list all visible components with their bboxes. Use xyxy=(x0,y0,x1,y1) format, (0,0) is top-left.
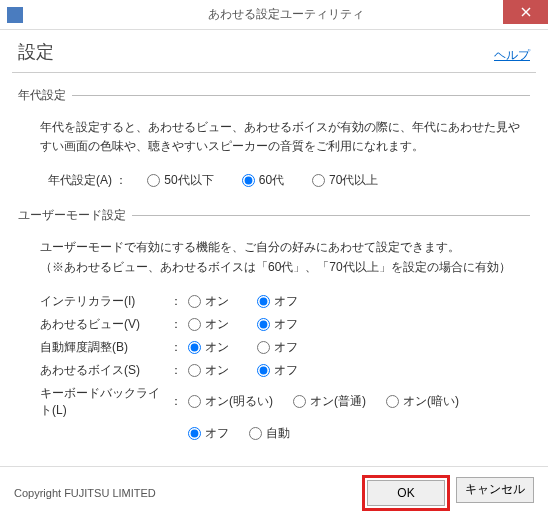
kb-auto[interactable]: 自動 xyxy=(249,425,290,442)
view-radio-off[interactable] xyxy=(257,318,270,331)
age-description: 年代を設定すると、あわせるビュー、あわせるボイスが有効の際に、年代にあわせた見や… xyxy=(40,118,520,156)
voice-row: あわせるボイス(S) ： オン オフ xyxy=(40,362,530,379)
keyboard-label: キーボードバックライト(L) xyxy=(40,385,170,419)
age-option-70[interactable]: 70代以上 xyxy=(312,172,378,189)
intelcolor-off[interactable]: オフ xyxy=(257,293,298,310)
intelcolor-radio-off[interactable] xyxy=(257,295,270,308)
kb-on-bright-label: オン(明るい) xyxy=(205,393,273,410)
view-row: あわせるビュー(V) ： オン オフ xyxy=(40,316,530,333)
colon: ： xyxy=(170,316,188,333)
intelcolor-row: インテリカラー(I) ： オン オフ xyxy=(40,293,530,310)
page-title: 設定 xyxy=(18,40,54,64)
ok-highlight: OK xyxy=(364,477,448,509)
keyboard-row-2: オフ 自動 xyxy=(188,425,530,442)
voice-label: あわせるボイス(S) xyxy=(40,362,170,379)
titlebar: あわせる設定ユーティリティ xyxy=(0,0,548,30)
view-off-label: オフ xyxy=(274,316,298,333)
age-fieldset: 年代設定 年代を設定すると、あわせるビュー、あわせるボイスが有効の際に、年代にあ… xyxy=(18,87,530,193)
intelcolor-label: インテリカラー(I) xyxy=(40,293,170,310)
brightness-radio-on[interactable] xyxy=(188,341,201,354)
keyboard-radios-2: オフ 自動 xyxy=(188,425,290,442)
age-radios: 50代以下 60代 70代以上 xyxy=(147,172,378,189)
view-radio-on[interactable] xyxy=(188,318,201,331)
usermode-legend: ユーザーモード設定 xyxy=(18,207,132,224)
close-button[interactable] xyxy=(503,0,548,24)
help-link[interactable]: ヘルプ xyxy=(494,47,530,64)
voice-radios: オン オフ xyxy=(188,362,298,379)
view-label: あわせるビュー(V) xyxy=(40,316,170,333)
kb-radio-on-dark[interactable] xyxy=(386,395,399,408)
usermode-description: ユーザーモードで有効にする機能を、ご自分の好みにあわせて設定できます。 （※あわ… xyxy=(40,238,520,276)
kb-off-label: オフ xyxy=(205,425,229,442)
voice-off-label: オフ xyxy=(274,362,298,379)
close-icon xyxy=(521,7,531,17)
brightness-off-label: オフ xyxy=(274,339,298,356)
cancel-button[interactable]: キャンセル xyxy=(456,477,534,503)
voice-on-label: オン xyxy=(205,362,229,379)
kb-off[interactable]: オフ xyxy=(188,425,229,442)
separator xyxy=(12,72,536,73)
voice-radio-on[interactable] xyxy=(188,364,201,377)
intelcolor-off-label: オフ xyxy=(274,293,298,310)
button-bar: Copyright FUJITSU LIMITED OK キャンセル xyxy=(0,466,548,519)
colon: ： xyxy=(170,362,188,379)
brightness-on-label: オン xyxy=(205,339,229,356)
age-option-60-label: 60代 xyxy=(259,172,284,189)
kb-on-dark-label: オン(暗い) xyxy=(403,393,459,410)
copyright: Copyright FUJITSU LIMITED xyxy=(14,487,156,499)
age-radio-50[interactable] xyxy=(147,174,160,187)
ok-button[interactable]: OK xyxy=(367,480,445,506)
kb-radio-off[interactable] xyxy=(188,427,201,440)
view-off[interactable]: オフ xyxy=(257,316,298,333)
age-option-60[interactable]: 60代 xyxy=(242,172,284,189)
age-legend: 年代設定 xyxy=(18,87,72,104)
brightness-radio-off[interactable] xyxy=(257,341,270,354)
voice-on[interactable]: オン xyxy=(188,362,229,379)
usermode-fieldset: ユーザーモード設定 ユーザーモードで有効にする機能を、ご自分の好みにあわせて設定… xyxy=(18,207,530,447)
brightness-radios: オン オフ xyxy=(188,339,298,356)
kb-on-normal[interactable]: オン(普通) xyxy=(293,393,366,410)
kb-radio-on-bright[interactable] xyxy=(188,395,201,408)
kb-radio-auto[interactable] xyxy=(249,427,262,440)
age-label: 年代設定(A) ： xyxy=(48,172,127,189)
kb-on-normal-label: オン(普通) xyxy=(310,393,366,410)
voice-off[interactable]: オフ xyxy=(257,362,298,379)
kb-radio-on-normal[interactable] xyxy=(293,395,306,408)
age-option-50-label: 50代以下 xyxy=(164,172,213,189)
app-icon xyxy=(7,7,23,23)
kb-on-dark[interactable]: オン(暗い) xyxy=(386,393,459,410)
keyboard-radios: オン(明るい) オン(普通) オン(暗い) xyxy=(188,393,459,410)
age-radio-60[interactable] xyxy=(242,174,255,187)
kb-on-bright[interactable]: オン(明るい) xyxy=(188,393,273,410)
colon: ： xyxy=(170,393,188,410)
keyboard-row: キーボードバックライト(L) ： オン(明るい) オン(普通) オン(暗い) xyxy=(40,385,530,419)
window-title: あわせる設定ユーティリティ xyxy=(23,6,548,23)
colon: ： xyxy=(170,293,188,310)
colon: ： xyxy=(170,339,188,356)
brightness-label: 自動輝度調整(B) xyxy=(40,339,170,356)
age-option-50[interactable]: 50代以下 xyxy=(147,172,213,189)
view-on[interactable]: オン xyxy=(188,316,229,333)
intelcolor-radios: オン オフ xyxy=(188,293,298,310)
voice-radio-off[interactable] xyxy=(257,364,270,377)
header: 設定 ヘルプ xyxy=(0,30,548,72)
brightness-off[interactable]: オフ xyxy=(257,339,298,356)
dialog-buttons: OK キャンセル xyxy=(364,477,534,509)
kb-auto-label: 自動 xyxy=(266,425,290,442)
brightness-on[interactable]: オン xyxy=(188,339,229,356)
intelcolor-radio-on[interactable] xyxy=(188,295,201,308)
intelcolor-on-label: オン xyxy=(205,293,229,310)
age-option-70-label: 70代以上 xyxy=(329,172,378,189)
intelcolor-on[interactable]: オン xyxy=(188,293,229,310)
age-radio-70[interactable] xyxy=(312,174,325,187)
brightness-row: 自動輝度調整(B) ： オン オフ xyxy=(40,339,530,356)
age-row: 年代設定(A) ： 50代以下 60代 70代以上 xyxy=(48,172,530,189)
view-on-label: オン xyxy=(205,316,229,333)
view-radios: オン オフ xyxy=(188,316,298,333)
